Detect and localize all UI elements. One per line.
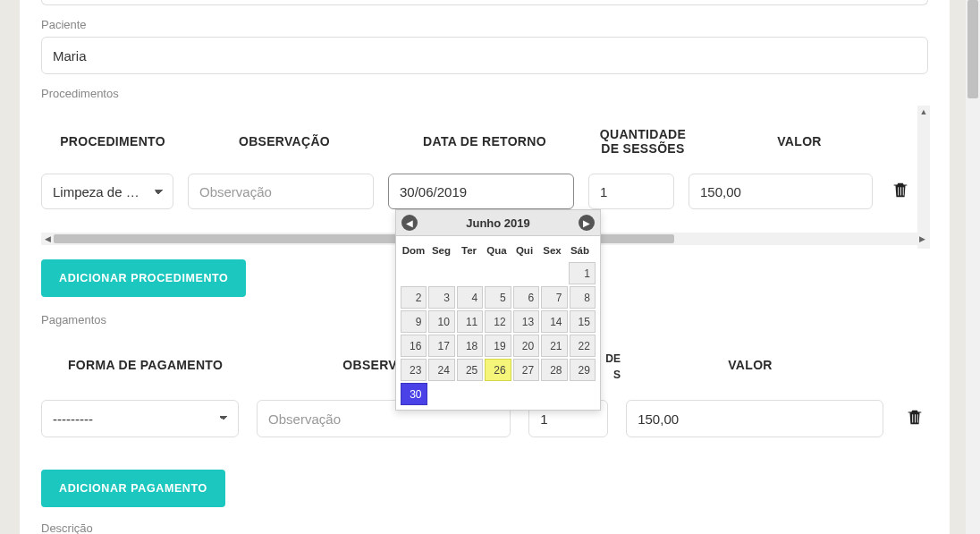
datepicker-header: ◀ Junho 2019 ▶ bbox=[396, 210, 600, 236]
header-qty-line1: QUANTIDADE bbox=[585, 127, 701, 141]
datepicker-day[interactable]: 7 bbox=[541, 286, 567, 309]
valor-input[interactable] bbox=[689, 174, 873, 209]
datepicker-dow: Ter bbox=[455, 240, 483, 261]
trash-icon[interactable] bbox=[891, 179, 910, 200]
data-retorno-input[interactable] bbox=[388, 174, 574, 209]
header-quantidade: QUANTIDADE DE SESSÕES bbox=[585, 127, 701, 156]
header-forma-pagamento: FORMA DE PAGAMENTO bbox=[41, 358, 256, 372]
datepicker-empty-cell bbox=[428, 262, 454, 284]
datepicker-dow: Sex bbox=[538, 240, 566, 261]
header-data-retorno: DATA DE RETORNO bbox=[384, 134, 585, 148]
datepicker-day[interactable]: 17 bbox=[428, 335, 454, 357]
header-observacao-partial: OBSERV bbox=[256, 358, 397, 372]
header-valor: VALOR bbox=[701, 134, 898, 148]
forma-pagamento-select[interactable]: --------- bbox=[41, 400, 239, 437]
datepicker-day[interactable]: 30 bbox=[401, 383, 427, 405]
datepicker-day[interactable]: 27 bbox=[513, 359, 539, 381]
datepicker-day[interactable]: 13 bbox=[513, 310, 539, 333]
datepicker-day[interactable]: 1 bbox=[569, 262, 596, 284]
datepicker-next-icon[interactable]: ▶ bbox=[579, 215, 595, 231]
datepicker-empty-cell bbox=[513, 383, 539, 405]
datepicker-dow: Dom bbox=[400, 240, 427, 261]
procedimentos-vertical-scrollbar[interactable]: ▲ bbox=[917, 106, 930, 249]
datepicker-empty-cell bbox=[570, 383, 596, 405]
datepicker-empty-cell bbox=[485, 383, 511, 405]
datepicker-day[interactable]: 19 bbox=[485, 335, 511, 357]
datepicker-empty-cell bbox=[541, 262, 567, 284]
datepicker-day[interactable]: 25 bbox=[457, 359, 483, 381]
datepicker-empty-cell bbox=[457, 383, 483, 405]
datepicker-day[interactable]: 21 bbox=[541, 335, 567, 357]
paciente-label: Paciente bbox=[41, 18, 928, 31]
datepicker-popup: ◀ Junho 2019 ▶ DomSegTerQuaQuiSexSáb 123… bbox=[395, 209, 601, 411]
datepicker-title: Junho 2019 bbox=[466, 216, 530, 230]
datepicker-day[interactable]: 8 bbox=[570, 286, 596, 309]
datepicker-day[interactable]: 11 bbox=[457, 310, 483, 333]
scroll-up-arrow-icon[interactable]: ▲ bbox=[917, 106, 930, 118]
datepicker-day[interactable]: 9 bbox=[401, 310, 427, 333]
datepicker-day[interactable]: 23 bbox=[401, 359, 427, 381]
datepicker-day[interactable]: 26 bbox=[485, 359, 511, 381]
header-qty-line2: DE SESSÕES bbox=[585, 141, 701, 156]
page-vertical-scrollbar[interactable] bbox=[966, 0, 980, 534]
datepicker-day[interactable]: 3 bbox=[428, 286, 454, 309]
datepicker-dow-row: DomSegTerQuaQuiSexSáb bbox=[400, 240, 596, 261]
trash-icon[interactable] bbox=[905, 406, 925, 428]
datepicker-day[interactable]: 15 bbox=[570, 310, 596, 333]
page-scroll-thumb[interactable] bbox=[967, 0, 978, 98]
datepicker-days: 1234567891011121314151617181920212223242… bbox=[400, 261, 596, 406]
datepicker-day[interactable]: 10 bbox=[428, 310, 454, 333]
scroll-left-arrow-icon[interactable]: ◀ bbox=[41, 233, 54, 245]
datepicker-day[interactable]: 5 bbox=[485, 286, 511, 309]
datepicker-day[interactable]: 24 bbox=[428, 359, 454, 381]
datepicker-day[interactable]: 28 bbox=[541, 359, 567, 381]
datepicker-empty-cell bbox=[457, 262, 483, 284]
datepicker-day[interactable]: 2 bbox=[401, 286, 427, 309]
add-pagamento-button[interactable]: ADICIONAR PAGAMENTO bbox=[41, 470, 225, 507]
datepicker-dow: Qui bbox=[511, 240, 538, 261]
datepicker-day[interactable]: 12 bbox=[485, 310, 511, 333]
pagamento-valor-input[interactable] bbox=[626, 400, 883, 437]
scroll-right-arrow-icon[interactable]: ▶ bbox=[916, 233, 928, 245]
datepicker-dow: Sáb bbox=[566, 240, 594, 261]
datepicker-day[interactable]: 20 bbox=[513, 335, 539, 357]
datepicker-empty-cell bbox=[485, 262, 511, 284]
datepicker-dow: Seg bbox=[427, 240, 455, 261]
header-observacao: OBSERVAÇÃO bbox=[184, 134, 384, 148]
datepicker-prev-icon[interactable]: ◀ bbox=[401, 215, 418, 231]
datepicker-day[interactable]: 16 bbox=[401, 335, 427, 357]
datepicker-grid: DomSegTerQuaQuiSexSáb 123456789101112131… bbox=[396, 236, 600, 410]
add-procedimento-button[interactable]: ADICIONAR PROCEDIMENTO bbox=[41, 259, 246, 297]
procedimentos-label: Procedimentos bbox=[41, 87, 928, 100]
quantidade-input[interactable] bbox=[588, 174, 674, 209]
previous-field-stub bbox=[41, 0, 928, 5]
datepicker-empty-cell bbox=[429, 383, 455, 405]
paciente-input[interactable] bbox=[41, 37, 928, 74]
datepicker-empty-cell bbox=[513, 262, 539, 284]
datepicker-day[interactable]: 22 bbox=[570, 335, 596, 357]
datepicker-day[interactable]: 29 bbox=[570, 359, 596, 381]
observacao-input[interactable] bbox=[188, 174, 374, 209]
header-procedimento: PROCEDIMENTO bbox=[41, 134, 184, 148]
datepicker-empty-cell bbox=[541, 383, 567, 405]
datepicker-empty-cell bbox=[401, 262, 427, 284]
datepicker-day[interactable]: 6 bbox=[513, 286, 539, 309]
procedimentos-headers: PROCEDIMENTO OBSERVAÇÃO DATA DE RETORNO … bbox=[41, 106, 928, 170]
datepicker-day[interactable]: 18 bbox=[457, 335, 483, 357]
datepicker-dow: Qua bbox=[483, 240, 511, 261]
header-valor-pagamento: VALOR bbox=[621, 358, 880, 372]
descricao-label: Descrição bbox=[41, 521, 928, 534]
datepicker-day[interactable]: 14 bbox=[541, 310, 567, 333]
datepicker-day[interactable]: 4 bbox=[457, 286, 483, 309]
procedimento-select[interactable]: Limpeza de Pele bbox=[41, 174, 173, 209]
